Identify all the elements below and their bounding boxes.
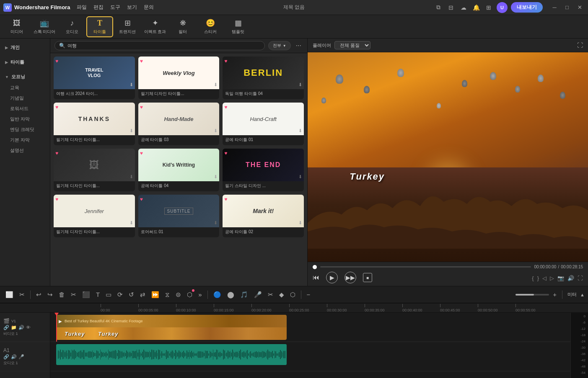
- in-point-icon[interactable]: {: [532, 275, 534, 281]
- list-item[interactable]: ♥ TRAVELVLOG ⬇ 여행 시크 2024 타이...: [54, 57, 135, 99]
- sidebar-child-basic-sub[interactable]: 기본 자막: [0, 135, 50, 145]
- track-audio-btn2[interactable]: 🔊: [11, 354, 17, 360]
- keyframe-button[interactable]: ◆: [277, 289, 286, 300]
- sidebar-child-anniversary[interactable]: 기념일: [0, 93, 50, 103]
- screen-icon[interactable]: ⧉: [434, 3, 443, 12]
- list-item[interactable]: ♥ THANKS ⬇ 필기체 디자인 타이틀...: [54, 103, 135, 145]
- expand-preview-button[interactable]: ⛶: [577, 42, 583, 49]
- delete-button[interactable]: 🗑: [57, 289, 67, 300]
- crop-button[interactable]: ⬛: [80, 289, 92, 300]
- undo-button[interactable]: ↩: [34, 289, 44, 300]
- devices-icon[interactable]: ⊟: [446, 3, 456, 12]
- text-button[interactable]: T: [94, 289, 102, 300]
- maximize-button[interactable]: □: [562, 3, 572, 13]
- redo-button[interactable]: ↪: [45, 289, 55, 300]
- sidebar-item-personal[interactable]: ▶ 개인: [0, 42, 50, 53]
- menu-tools[interactable]: 도구: [110, 4, 120, 11]
- out-point-icon[interactable]: }: [537, 275, 539, 281]
- sidebar-child-caption[interactable]: 설명선: [0, 145, 50, 156]
- stabilize-button[interactable]: ⧖: [163, 289, 172, 300]
- speed-button[interactable]: ⏩: [149, 289, 161, 300]
- video-clip[interactable]: ▶ Best of Turkey Beautiful 4K Cinematic …: [56, 315, 287, 340]
- toolbar-sticker[interactable]: 😊 스티커: [197, 16, 224, 37]
- toolbar-stock[interactable]: 📺 스톡 미디어: [31, 16, 58, 37]
- progress-track[interactable]: [320, 266, 531, 267]
- list-item[interactable]: ♥ Jennifer ⬇ 필기체 디자인 타이틀...: [54, 195, 135, 237]
- cut-button[interactable]: ✂: [69, 289, 78, 300]
- minimize-button[interactable]: ─: [549, 3, 560, 13]
- stop-button[interactable]: ■: [363, 273, 372, 282]
- ai2-button[interactable]: ⬡: [288, 289, 298, 300]
- track-audio-btn[interactable]: 🔊: [18, 325, 24, 330]
- split-icon[interactable]: ▷: [550, 275, 554, 281]
- list-item[interactable]: ♥ SUBTITLE ⬇ 로어써드 01: [138, 195, 220, 237]
- user-avatar[interactable]: U: [497, 2, 508, 13]
- forward-button[interactable]: ▶▶: [345, 272, 356, 283]
- fullscreen-icon[interactable]: ⛶: [578, 275, 583, 281]
- audio-icon2[interactable]: 🔊: [567, 275, 574, 281]
- toolbar-transition[interactable]: ⊞ 트랜지션: [114, 16, 141, 37]
- progress-bar[interactable]: 00:00:00:00 / 00:00:28:15: [313, 265, 583, 269]
- export-button[interactable]: 내보내기: [511, 2, 543, 13]
- sidebar-child-lowercase[interactable]: 로워서드: [0, 103, 50, 114]
- list-item[interactable]: ♥ Kid's Writting ⬇ 공예 타이틀 04: [138, 149, 220, 191]
- toolbar-audio[interactable]: ♪ 오디오: [59, 16, 85, 37]
- snapshot-icon[interactable]: 📷: [557, 275, 564, 281]
- trim-tool-button[interactable]: ✂: [17, 289, 27, 300]
- track-eye-btn[interactable]: 👁: [26, 325, 31, 330]
- sidebar-child-tutorial[interactable]: 교육: [0, 82, 50, 93]
- scissors-button[interactable]: ✂: [266, 289, 275, 300]
- flip-button[interactable]: ⇄: [138, 289, 148, 300]
- more-tools-button[interactable]: »: [196, 289, 204, 300]
- sidebar-item-titles[interactable]: ▶ 타이틀: [0, 57, 50, 68]
- list-item[interactable]: ♥ THE END ⬇ 필기 스타일 디자인 ...: [223, 149, 304, 191]
- mic-button[interactable]: 🎤: [252, 289, 264, 300]
- volume-slider[interactable]: [515, 294, 549, 296]
- toolbar-media[interactable]: 🖼 미디어: [3, 16, 30, 37]
- filter-dropdown[interactable]: 전부 ▼: [268, 41, 291, 50]
- sidebar-item-opening[interactable]: ▼ 오프닝: [0, 71, 50, 82]
- search-input[interactable]: [67, 43, 260, 48]
- list-item[interactable]: ♥ 🖼 ⬇ 필기체 디자인 타이틀...: [54, 149, 135, 191]
- play-button[interactable]: ▶: [326, 272, 338, 283]
- sidebar-child-ending-credits[interactable]: 엔딩 크레딧: [0, 124, 50, 135]
- menu-help[interactable]: 문의: [144, 4, 154, 11]
- toolbar-titles[interactable]: T 타이틀: [86, 16, 113, 37]
- audio-btn2[interactable]: 🎵: [238, 289, 250, 300]
- minus-button[interactable]: −: [305, 289, 313, 300]
- ai-button[interactable]: ⬡: [185, 289, 194, 300]
- cloud-icon[interactable]: ☁: [459, 3, 468, 12]
- list-item[interactable]: ♥ Hand-Craft ⬇ 공예 타이틀 01: [223, 103, 304, 145]
- toolbar-template[interactable]: ▦ 템플릿: [225, 16, 251, 37]
- track-link-btn[interactable]: 🔗: [3, 325, 9, 330]
- list-item[interactable]: ♥ Mark it! ⬇ 공예 타이틀 02: [223, 195, 304, 237]
- track-mic-btn[interactable]: 🎤: [18, 354, 24, 360]
- track-link-btn2[interactable]: 🔗: [3, 354, 9, 360]
- grid-icon[interactable]: ⊞: [484, 3, 493, 12]
- track-folder-btn[interactable]: 📁: [11, 325, 17, 330]
- adjust-button[interactable]: ⊜: [174, 289, 183, 300]
- rewind-button[interactable]: ⏮: [313, 274, 319, 281]
- magnet-button[interactable]: 🔵: [211, 289, 223, 300]
- list-item[interactable]: ♥ Weekly Vlog ⬇ 필기체 디자인 타이틀...: [138, 57, 220, 99]
- close-button[interactable]: ✕: [575, 3, 585, 13]
- list-item[interactable]: ♥ Hand-Made ⬇ 공예 타이틀 03: [138, 103, 220, 145]
- rotate-button[interactable]: ↺: [127, 289, 136, 300]
- mark-icon[interactable]: ◁: [542, 275, 547, 281]
- bell-icon[interactable]: 🔔: [471, 3, 481, 12]
- select-tool-button[interactable]: ⬜: [3, 289, 16, 300]
- quality-selector[interactable]: 전체 품질: [334, 41, 370, 49]
- plus-button[interactable]: +: [551, 289, 559, 300]
- toolbar-effects[interactable]: ✦ 이펙트 효과: [142, 16, 168, 37]
- audio-clip[interactable]: [56, 344, 287, 365]
- list-item[interactable]: ♥ BERLIN ⬇ 독일 여행 타이틀 04: [223, 57, 304, 99]
- rect-button[interactable]: ▭: [104, 289, 114, 300]
- menu-view[interactable]: 보기: [127, 4, 137, 11]
- more-options-button[interactable]: ···: [294, 41, 303, 50]
- ripple-button[interactable]: ⟳: [115, 289, 125, 300]
- sidebar-child-general-sub[interactable]: 일반 자막: [0, 114, 50, 124]
- menu-file[interactable]: 파일: [77, 4, 87, 11]
- brush-button[interactable]: ⬤: [225, 289, 236, 300]
- menu-edit[interactable]: 편집: [93, 4, 104, 11]
- toolbar-filter[interactable]: ❋ 필터: [169, 16, 196, 37]
